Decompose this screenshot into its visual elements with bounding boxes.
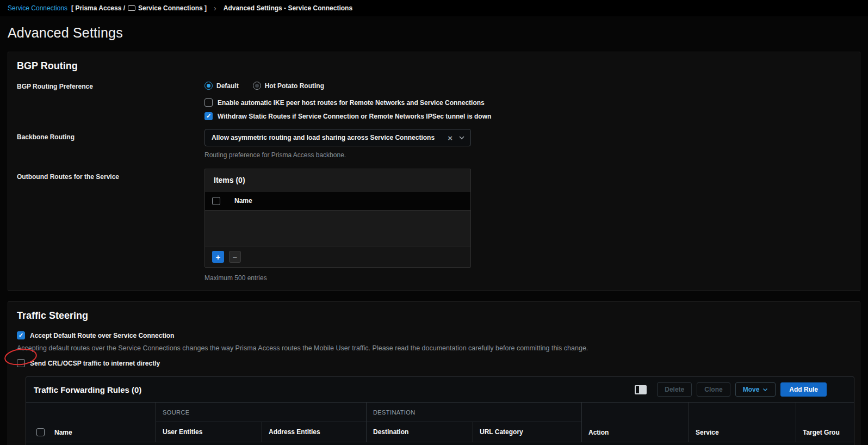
bgp-routing-panel: BGP Routing BGP Routing Preference Defau… bbox=[8, 52, 860, 291]
items-count-title: Items (0) bbox=[205, 169, 470, 191]
ike-peer-routes-checkbox[interactable] bbox=[204, 98, 213, 107]
service-connections-icon bbox=[128, 5, 135, 11]
radio-hot-potato[interactable]: Hot Potato Routing bbox=[253, 82, 324, 90]
items-header-row: Name bbox=[205, 191, 470, 211]
traffic-steering-heading: Traffic Steering bbox=[8, 302, 860, 324]
accept-default-route-note: Accepting default routes over the Servic… bbox=[8, 344, 860, 352]
items-select-all-checkbox[interactable] bbox=[212, 197, 220, 205]
backbone-routing-label: Backbone Routing bbox=[17, 120, 204, 159]
withdraw-static-routes-row: ✓ Withdraw Static Routes if Service Conn… bbox=[204, 112, 851, 120]
chevron-down-icon bbox=[762, 388, 768, 392]
breadcrumb: Service Connections [ Prisma Access / Se… bbox=[0, 0, 868, 16]
remove-item-button[interactable]: − bbox=[229, 251, 241, 263]
column-header-url-category: URL Category bbox=[473, 422, 582, 442]
radio-hot-potato-icon[interactable] bbox=[253, 82, 261, 90]
breadcrumb-current: Advanced Settings - Service Connections bbox=[224, 4, 352, 12]
rules-table-header: Name SOURCE DESTINATION User Entities Ad… bbox=[26, 402, 854, 442]
radio-default[interactable]: Default bbox=[204, 82, 239, 90]
rules-toolbar: Traffic Forwarding Rules (0) Delete Clon… bbox=[26, 377, 854, 402]
radio-hot-potato-label: Hot Potato Routing bbox=[265, 82, 324, 90]
send-crl-ocsp-label: Send CRL/OCSP traffic to internet direct… bbox=[30, 360, 160, 367]
move-button[interactable]: Move bbox=[735, 382, 776, 397]
radio-default-label: Default bbox=[216, 82, 239, 90]
group-header-destination: DESTINATION bbox=[367, 403, 582, 422]
rules-select-all-checkbox[interactable] bbox=[36, 428, 45, 436]
add-rule-button[interactable]: Add Rule bbox=[780, 382, 827, 397]
breadcrumb-context-prefix: [ Prisma Access / bbox=[71, 4, 125, 12]
traffic-forwarding-rules-panel: Traffic Forwarding Rules (0) Delete Clon… bbox=[26, 376, 854, 445]
rules-actions: Delete Clone Move Add Rule bbox=[634, 382, 827, 397]
backbone-routing-row: Backbone Routing Allow asymmetric routin… bbox=[8, 120, 860, 159]
delete-button[interactable]: Delete bbox=[657, 382, 692, 397]
check-icon: ✓ bbox=[206, 113, 211, 119]
radio-default-icon[interactable] bbox=[204, 82, 213, 90]
items-empty-body bbox=[205, 211, 470, 246]
column-header-action: Action bbox=[582, 403, 689, 442]
max-entries-note: Maximum 500 entries bbox=[204, 274, 851, 282]
breadcrumb-context: [ Prisma Access / Service Connections ] bbox=[71, 4, 207, 12]
backbone-routing-value: Allow asymmetric routing and load sharin… bbox=[212, 134, 444, 141]
check-icon: ✓ bbox=[18, 332, 23, 338]
column-settings-button[interactable] bbox=[634, 384, 648, 395]
advanced-settings-page: Service Connections [ Prisma Access / Se… bbox=[0, 0, 868, 445]
chevron-right-icon: › bbox=[214, 4, 216, 12]
backbone-routing-select[interactable]: Allow asymmetric routing and load sharin… bbox=[204, 129, 471, 146]
backbone-routing-help: Routing preference for Prisma Access bac… bbox=[204, 151, 851, 159]
items-name-column-header: Name bbox=[234, 197, 252, 205]
group-header-source: SOURCE bbox=[156, 403, 367, 422]
column-header-destination: Destination bbox=[367, 422, 473, 442]
header-name-cell: Name bbox=[26, 403, 156, 442]
ike-peer-routes-label: Enable automatic IKE peer host routes fo… bbox=[218, 99, 485, 107]
columns-icon bbox=[635, 385, 647, 394]
bgp-preference-radio-group: Default Hot Potato Routing bbox=[204, 82, 851, 90]
outbound-routes-table: Items (0) Name + − bbox=[204, 169, 471, 268]
column-header-target-group: Target Grou bbox=[796, 403, 854, 442]
accept-default-route-label: Accept Default Route over Service Connec… bbox=[30, 332, 174, 339]
outbound-routes-row: Outbound Routes for the Service Items (0… bbox=[8, 168, 860, 282]
rules-table-empty-body bbox=[26, 442, 854, 445]
move-button-label: Move bbox=[743, 386, 760, 393]
rules-title: Traffic Forwarding Rules (0) bbox=[34, 385, 141, 394]
breadcrumb-context-name: Service Connections ] bbox=[138, 4, 207, 12]
clear-icon[interactable]: × bbox=[444, 133, 456, 143]
bgp-routing-heading: BGP Routing bbox=[8, 52, 860, 74]
send-crl-ocsp-checkbox[interactable] bbox=[17, 359, 25, 367]
column-header-address-entities: Address Entities bbox=[262, 422, 367, 442]
withdraw-static-routes-checkbox[interactable]: ✓ bbox=[204, 112, 213, 120]
add-item-button[interactable]: + bbox=[212, 251, 224, 263]
accept-default-route-checkbox[interactable]: ✓ bbox=[17, 331, 25, 339]
column-header-user-entities: User Entities bbox=[156, 422, 262, 442]
ike-peer-routes-row: Enable automatic IKE peer host routes fo… bbox=[204, 98, 851, 107]
items-footer: + − bbox=[205, 246, 470, 267]
column-header-name: Name bbox=[45, 429, 79, 436]
column-header-service: Service bbox=[689, 403, 796, 442]
withdraw-static-routes-label: Withdraw Static Routes if Service Connec… bbox=[218, 113, 491, 120]
send-crl-ocsp-row: Send CRL/OCSP traffic to internet direct… bbox=[8, 359, 860, 367]
breadcrumb-link-service-connections[interactable]: Service Connections bbox=[8, 4, 67, 12]
page-title: Advanced Settings bbox=[8, 25, 860, 41]
clone-button[interactable]: Clone bbox=[697, 382, 730, 397]
outbound-routes-label: Outbound Routes for the Service bbox=[17, 168, 204, 282]
traffic-steering-panel: Traffic Steering ✓ Accept Default Route … bbox=[8, 301, 860, 445]
bgp-preference-label: BGP Routing Preference bbox=[17, 74, 204, 120]
title-area: Advanced Settings bbox=[0, 16, 868, 52]
accept-default-route-row: ✓ Accept Default Route over Service Conn… bbox=[8, 331, 860, 339]
chevron-down-icon[interactable] bbox=[456, 135, 465, 140]
bgp-preference-row: BGP Routing Preference Default Hot Potat… bbox=[8, 74, 860, 120]
